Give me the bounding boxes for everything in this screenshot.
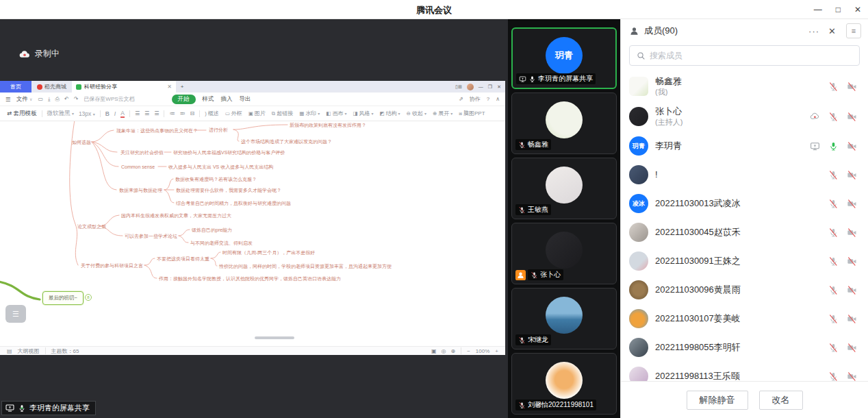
apply-template-icon: ⇄ bbox=[7, 110, 12, 116]
members-panel: 成员(90) ··· ✕ ≡ 畅鑫雅(我)张卜心(主持人)玥青李玥青!凌冰202… bbox=[620, 19, 868, 418]
mindmap-node: 综合考量自己的时间精力，且权衡好与研究难度的问题 bbox=[176, 201, 291, 206]
mindmap-node: 可以去参加一些学术论坛 bbox=[125, 234, 177, 238]
mic-off-icon[interactable] bbox=[828, 82, 839, 92]
unmute-button[interactable]: 解除静音 bbox=[687, 391, 748, 410]
video-tile[interactable]: 王敏燕 bbox=[511, 158, 617, 219]
tile-label: 刘馨怡202211998101 bbox=[515, 399, 596, 410]
cam-off-icon[interactable] bbox=[847, 112, 857, 122]
bold-icon: B bbox=[105, 110, 110, 117]
cam-off-icon[interactable] bbox=[847, 141, 857, 151]
wps-close-icon: ✕ bbox=[497, 84, 501, 90]
video-tile[interactable]: 畅鑫雅 bbox=[511, 93, 617, 154]
cam-off-icon[interactable] bbox=[847, 82, 857, 92]
member-name: 李玥青 bbox=[655, 140, 682, 151]
member-row[interactable]: ! bbox=[621, 160, 868, 189]
mindmap-node: 数据收集有难度吗？若有该怎么克服？ bbox=[175, 177, 257, 182]
mic-off-icon[interactable] bbox=[828, 228, 839, 238]
mic-off-icon[interactable] bbox=[828, 371, 839, 382]
cam-off-icon[interactable] bbox=[847, 228, 857, 238]
new-tab-button: + bbox=[176, 81, 188, 93]
mic-off-icon[interactable] bbox=[828, 343, 839, 353]
panel-menu-icon[interactable]: ≡ bbox=[846, 23, 861, 38]
member-name: 202211030045赵苡禾 bbox=[655, 227, 741, 238]
mic-on-icon[interactable] bbox=[828, 141, 839, 151]
cam-off-icon[interactable] bbox=[847, 371, 857, 382]
screen-icon bbox=[810, 141, 820, 151]
member-row[interactable]: 202211030045赵苡禾 bbox=[621, 218, 868, 247]
video-tile[interactable]: 张卜心 bbox=[511, 223, 617, 284]
mindmap-node: 研究物价与人民幸福感VS研究结构的价格与客户评价 bbox=[173, 150, 285, 155]
font-family-select: 微软雅黑 ▾ bbox=[47, 110, 74, 118]
maximize-button[interactable]: □ bbox=[836, 5, 841, 14]
mindmap-node: 最后的唠叨~ bbox=[42, 291, 84, 305]
member-name: 202211998113王乐颐 bbox=[655, 371, 740, 381]
screen-share-icon bbox=[5, 404, 14, 412]
avatar bbox=[629, 77, 648, 96]
mic-off-icon[interactable] bbox=[828, 285, 839, 295]
more-options-icon[interactable]: ··· bbox=[808, 26, 819, 36]
members-list: 畅鑫雅(我)张卜心(主持人)玥青李玥青!凌冰202211030013武凌冰202… bbox=[621, 71, 868, 381]
video-tile[interactable]: 刘馨怡202211998101 bbox=[511, 353, 617, 415]
member-row[interactable]: 202211998055李明轩 bbox=[621, 333, 868, 362]
video-tile[interactable]: 宋继龙 bbox=[511, 288, 617, 349]
member-name: 202211998055李明轩 bbox=[655, 342, 741, 353]
mic-off-icon[interactable] bbox=[828, 112, 839, 122]
tile-label: 畅鑫雅 bbox=[515, 139, 551, 150]
mic-off-icon[interactable] bbox=[828, 314, 839, 324]
undo-icon: ↶ bbox=[64, 96, 69, 103]
member-role: (主持人) bbox=[655, 117, 682, 127]
mic-off-icon[interactable] bbox=[828, 199, 839, 209]
mic-off-icon[interactable] bbox=[828, 170, 839, 180]
search-icon bbox=[637, 51, 646, 60]
wps-restore-icon: ❐ bbox=[488, 84, 492, 90]
minimize-button[interactable]: — bbox=[814, 5, 822, 14]
search-input[interactable] bbox=[650, 51, 852, 60]
cam-off-icon[interactable] bbox=[847, 285, 857, 295]
cam-off-icon[interactable] bbox=[847, 170, 857, 180]
grid-icon: ⊞ bbox=[458, 84, 462, 89]
member-row[interactable]: 202211030096黄晨雨 bbox=[621, 275, 868, 304]
outline-view-toggle: ☰ bbox=[5, 305, 26, 323]
member-row[interactable]: 畅鑫雅(我) bbox=[621, 71, 868, 101]
wps-status-bar: ▤ 大纲视图 主题数：65 ▣◎⊕ − 100% + bbox=[0, 346, 505, 355]
cam-off-icon[interactable] bbox=[847, 343, 857, 353]
member-row[interactable]: 202211030107姜美岐 bbox=[621, 304, 868, 333]
mindmap-canvas: 如何选题现象牛逼：这些热点事物的意义何在？进行分析新颁布的政策到底有没有发挥作用… bbox=[0, 121, 505, 346]
share-banner-text: 李玥青的屏幕共享 bbox=[29, 403, 90, 413]
members-footer: 解除静音 改名 bbox=[621, 381, 868, 418]
ribbon-tab-0: 开始 bbox=[172, 95, 196, 104]
expand-tool: ⊕展开▾ bbox=[433, 110, 452, 117]
tile-label: 李玥青的屏幕共享 bbox=[516, 73, 596, 84]
doc-tab-close-icon: ✕ bbox=[167, 84, 172, 90]
close-panel-icon[interactable]: ✕ bbox=[828, 26, 836, 36]
member-row[interactable]: 202211998113王乐颐 bbox=[621, 362, 868, 381]
video-tile[interactable]: 玥青李玥青的屏幕共享 bbox=[511, 27, 617, 89]
cam-off-icon[interactable] bbox=[847, 314, 857, 324]
mindmap-node: 这个市场结构造成了大家难以攻克的问题？ bbox=[241, 139, 332, 144]
style-tool: ◨风格▾ bbox=[353, 110, 373, 117]
member-row[interactable]: 凌冰202211030013武凌冰 bbox=[621, 189, 868, 218]
mindmap-node: 不要把这类项目看得太重 bbox=[157, 256, 209, 261]
wps-tab-document: 科研经验分享 ✕ bbox=[72, 81, 176, 93]
member-row[interactable]: 玥青李玥青 bbox=[621, 132, 868, 160]
image-tool: ▣图片 bbox=[248, 110, 266, 117]
help-icon: ? bbox=[487, 96, 489, 102]
cam-off-icon[interactable] bbox=[847, 256, 857, 267]
member-row[interactable]: 张卜心(主持人) bbox=[621, 101, 868, 132]
recording-label: 录制中 bbox=[35, 48, 60, 60]
member-row[interactable]: 202211030091王姝之 bbox=[621, 247, 868, 275]
participant-name: 畅鑫雅 bbox=[528, 140, 548, 149]
close-button[interactable]: ✕ bbox=[854, 5, 861, 14]
recording-indicator[interactable]: 录制中 bbox=[19, 48, 60, 60]
mindmap-node: 关于付费的参与科研项目之言 bbox=[81, 263, 143, 268]
mindmap-node: Common sense bbox=[121, 164, 155, 169]
mindmap-node: 数据处理需要什么软件，我需要多久才能学会呢？ bbox=[176, 188, 281, 193]
mic-off-icon[interactable] bbox=[828, 256, 839, 267]
fit-screen-icon: ▣ bbox=[431, 348, 437, 354]
cam-off-icon[interactable] bbox=[847, 199, 857, 209]
mindmap-node: 新颁布的政策到底有没有发挥作用？ bbox=[290, 123, 366, 127]
rename-button[interactable]: 改名 bbox=[759, 391, 803, 410]
ribbon-tab-3: 导出 bbox=[240, 95, 251, 103]
ribbon-tab-1: 样式 bbox=[203, 95, 214, 103]
wps-tab-bar: 首页 稻壳商城 科研经验分享 ✕ + ▯⊞ — ❐ ✕ bbox=[0, 81, 505, 93]
